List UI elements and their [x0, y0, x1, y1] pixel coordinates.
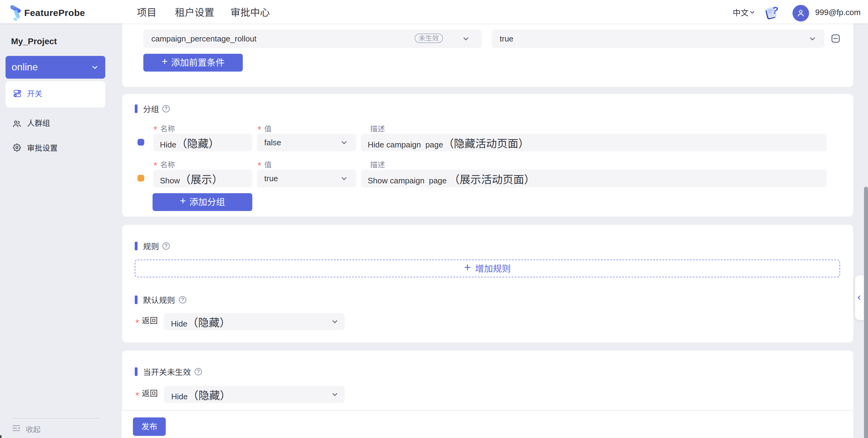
svg-text:?: ? — [771, 5, 779, 16]
